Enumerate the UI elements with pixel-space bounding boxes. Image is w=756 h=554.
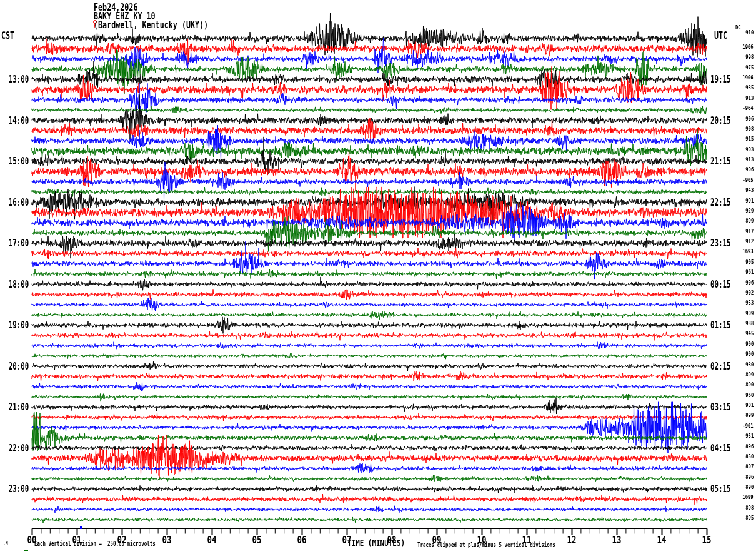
dc-value: 903 <box>745 147 754 153</box>
dc-value: 1906 <box>743 44 754 50</box>
dc-value: 901 <box>745 403 754 408</box>
dc-value: 961 <box>745 269 754 275</box>
dc-value: 899 <box>745 413 754 418</box>
utc-hour-label: 22:15 <box>710 198 731 208</box>
cst-hour-label: 22:00 <box>8 444 29 454</box>
dc-value: 850 <box>745 454 754 460</box>
dc-value: -964 <box>743 106 754 111</box>
cst-axis-header: CST <box>1 31 14 41</box>
dc-value: 945 <box>745 331 754 336</box>
dc-value: 929 <box>745 208 754 214</box>
dc-value: -905 <box>743 178 754 183</box>
dc-value: 951 <box>745 433 754 439</box>
dc-value: 896 <box>745 475 754 480</box>
dc-value: 1906 <box>743 75 754 81</box>
cst-hour-label: 18:00 <box>8 280 29 290</box>
utc-hour-label: 00:15 <box>710 280 731 290</box>
utc-hour-label: 19:15 <box>710 75 731 85</box>
cst-hour-label: 15:00 <box>8 157 29 167</box>
dc-value: 890 <box>745 382 754 388</box>
dc-value: 896 <box>745 444 754 450</box>
dc-value: 988 <box>745 321 754 326</box>
cst-hour-label: 20:00 <box>8 362 29 372</box>
minute-label: 04 <box>207 535 216 546</box>
cst-hour-label: 23:00 <box>8 485 29 495</box>
cst-hour-label: 13:00 <box>8 75 29 85</box>
cst-hour-label: 19:00 <box>8 321 29 331</box>
dc-value: 900 <box>745 341 754 347</box>
minute-label: 13 <box>612 535 621 546</box>
dc-value: 960 <box>745 393 754 398</box>
dc-value: 890 <box>745 485 754 490</box>
utc-hour-label: 03:15 <box>710 403 731 413</box>
dc-value: 998 <box>745 54 754 60</box>
dc-value: 910 <box>745 30 754 36</box>
minute-label: 15 <box>702 535 711 546</box>
scale-note: Each Vertical Division = 250.00 microvol… <box>34 540 156 548</box>
dc-value: 902 <box>745 290 754 296</box>
corner-mark: .M <box>3 541 8 546</box>
dc-value: 906 <box>745 116 754 122</box>
dc-value: 915 <box>745 136 754 142</box>
dc-value: 905 <box>745 259 754 265</box>
cst-hour-label: 16:00 <box>8 198 29 208</box>
dc-value: 917 <box>745 229 754 234</box>
utc-axis-header: UTC <box>714 31 727 41</box>
dc-value: 898 <box>745 505 754 511</box>
dc-value: 895 <box>745 515 754 521</box>
dc-value: 975 <box>745 65 754 71</box>
utc-hour-label: 01:15 <box>710 321 731 331</box>
x-axis-title: TIME (MINUTES) <box>347 538 405 548</box>
minute-label: 14 <box>657 535 666 546</box>
dc-value: 900 <box>745 351 754 357</box>
dc-value: 899 <box>745 372 754 378</box>
utc-hour-label: 21:15 <box>710 157 731 167</box>
dc-value: 906 <box>745 167 754 173</box>
utc-hour-label: 23:15 <box>710 239 731 249</box>
utc-hour-label: 20:15 <box>710 116 731 126</box>
minute-label: 06 <box>297 535 306 546</box>
dc-value: 1699 <box>743 495 754 500</box>
cst-hour-label: 17:00 <box>8 239 29 249</box>
dc-value: 807 <box>745 464 754 470</box>
dc-value: 913 <box>745 96 754 101</box>
dc-value: 1693 <box>743 249 754 254</box>
location-label: (Bardwell, Kentucky (UKY)) <box>94 21 208 31</box>
dc-value: 908 <box>745 126 754 132</box>
dc-value: -901 <box>743 423 754 429</box>
dc-value: 912 <box>745 239 754 244</box>
dc-value: 991 <box>745 198 754 204</box>
dc-value: 913 <box>745 157 754 163</box>
minute-label: 12 <box>567 535 576 546</box>
dc-value: 899 <box>745 218 754 224</box>
seismogram-plot-canvas <box>0 0 756 554</box>
dc-value: 985 <box>745 85 754 91</box>
dc-value: 906 <box>745 280 754 286</box>
utc-hour-label: 02:15 <box>710 362 731 372</box>
dc-value: 980 <box>745 362 754 368</box>
cst-hour-label: 14:00 <box>8 116 29 126</box>
dc-value: 953 <box>745 300 754 306</box>
minute-label: 03 <box>162 535 171 546</box>
dc-value: 909 <box>745 311 754 316</box>
utc-hour-label: 05:15 <box>710 485 731 495</box>
dc-value: 943 <box>745 188 754 193</box>
cst-hour-label: 21:00 <box>8 403 29 413</box>
dc-column-header: DC <box>735 25 741 31</box>
utc-hour-label: 04:15 <box>710 444 731 454</box>
minute-label: 05 <box>252 535 261 546</box>
helicorder-page: Feb24,2026 BAKY EHZ KY 10 (Bardwell, Ken… <box>0 0 756 554</box>
clip-note: Traces clipped at plus/minus 5 vertical … <box>417 541 555 549</box>
